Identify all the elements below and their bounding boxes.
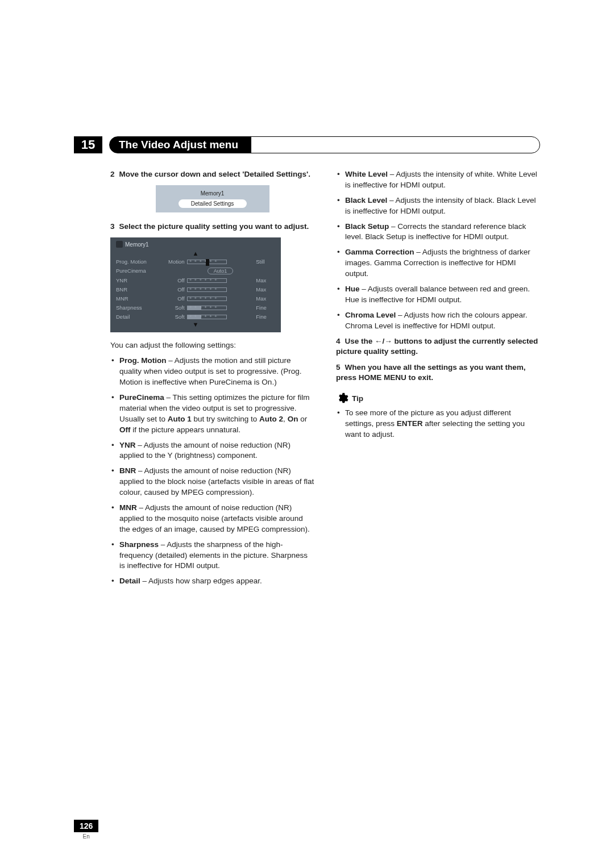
tip-heading: Tip [336, 392, 540, 404]
page-footer: 126 En [74, 820, 98, 840]
list-item: MNR – Adjusts the amount of noise reduct… [119, 503, 314, 535]
settings-table: Prog. MotionMotionStill PureCinemaAuto1 … [116, 257, 275, 321]
bullet-term: YNR [119, 441, 136, 449]
figure-memory-select: Memory1 Detailed Settings [156, 185, 269, 212]
list-item: Gamma Correction – Adjusts the brightnes… [345, 247, 540, 279]
bullet-desc: – Adjusts how sharp edges appear. [140, 577, 262, 585]
bullet-term: Hue [345, 285, 360, 293]
bullet-desc: – Adjusts the amount of noise reduction … [119, 466, 314, 496]
list-item: Black Setup – Corrects the standard refe… [345, 222, 540, 243]
list-item: White Level – Adjusts the intensity of w… [345, 169, 540, 191]
list-item: BNR – Adjusts the amount of noise reduct… [119, 466, 314, 498]
bullet-strong: Auto 2 [259, 415, 283, 423]
list-item: Prog. Motion – Adjusts the motion and st… [119, 356, 314, 388]
tip-label: Tip [352, 394, 363, 403]
right-column: White Level – Adjusts the intensity of w… [336, 169, 540, 591]
list-item: Sharpness – Adjusts the sharpness of the… [119, 540, 314, 572]
bullet-term: PureCinema [119, 393, 164, 402]
settings-bullets-right: White Level – Adjusts the intensity of w… [336, 169, 540, 332]
setting-label: Prog. Motion [116, 257, 156, 266]
bullet-term: Black Setup [345, 222, 389, 231]
list-item: YNR – Adjusts the amount of noise reduct… [119, 440, 314, 462]
setting-label: Detail [116, 312, 156, 321]
slider-left-label: Off [156, 294, 187, 303]
slider-left-label: Off [156, 285, 187, 294]
setting-label: YNR [116, 276, 156, 285]
chapter-number: 15 [74, 136, 102, 153]
step-3-heading: 3Select the picture quality setting you … [110, 222, 314, 232]
chapter-title-wrap: The Video Adjust menu [109, 136, 540, 153]
panel-icon [116, 241, 123, 248]
list-item: Detail – Adjusts how sharp edges appear. [119, 576, 314, 587]
arrow-left-right-icon: ←/→ [375, 337, 392, 345]
slider-icon [187, 306, 227, 310]
gear-icon [336, 392, 349, 404]
slider-right-label: Max [254, 276, 275, 285]
step-5-heading: 5When you have all the settings as you w… [336, 362, 540, 383]
chapter-title: The Video Adjust menu [119, 139, 248, 151]
setting-label: BNR [116, 285, 156, 294]
step-4-heading: 4Use the ←/→ buttons to adjust the curre… [336, 336, 540, 357]
bullet-strong: On [288, 415, 298, 423]
slider-right-label: Still [254, 257, 275, 266]
page-number: 126 [74, 820, 98, 832]
figure-title-row: Memory1 [116, 241, 275, 248]
tip-text-strong: ENTER [397, 419, 423, 428]
slider-icon [187, 315, 227, 319]
list-item: To see more of the picture as you adjust… [345, 408, 540, 440]
bullet-term: Sharpness [119, 540, 159, 549]
figure-row-highlight: Detailed Settings [179, 199, 247, 208]
intro-text: You can adjust the following settings: [110, 340, 314, 351]
step-number: 5 [336, 363, 341, 372]
bullet-term: Gamma Correction [345, 248, 414, 256]
left-column: 2Move the cursor down and select 'Detail… [74, 169, 314, 591]
bullet-strong: Off [119, 425, 131, 434]
bullet-strong: Auto 1 [168, 415, 192, 423]
bullet-plain: , [283, 415, 288, 423]
settings-bullets-left: Prog. Motion – Adjusts the motion and st… [110, 356, 314, 587]
figure-settings-panel: Memory1 ▲ Prog. MotionMotionStill PureCi… [110, 237, 281, 332]
bullet-desc: – Adjusts the amount of noise reduction … [119, 441, 291, 460]
list-item: Hue – Adjusts overall balance between re… [345, 284, 540, 306]
scroll-down-icon: ▼ [116, 321, 275, 328]
slider-left-label: Off [156, 276, 187, 285]
step-number: 4 [336, 337, 341, 345]
bullet-term: BNR [119, 466, 136, 475]
chapter-header: 15 The Video Adjust menu [74, 136, 540, 153]
bullet-desc: – Adjusts overall balance between red an… [345, 285, 530, 304]
slider-left-label: Soft [156, 303, 187, 312]
dropdown-value: Auto1 [208, 268, 234, 274]
figure-row: Memory1 [159, 189, 266, 198]
bullet-plain: or [298, 415, 307, 423]
page-language: En [74, 833, 98, 840]
list-item: Chroma Level – Adjusts how rich the colo… [345, 310, 540, 332]
page-columns: 2Move the cursor down and select 'Detail… [74, 169, 540, 591]
step-text: Select the picture quality setting you w… [119, 222, 309, 231]
step-2-heading: 2Move the cursor down and select 'Detail… [110, 169, 314, 180]
slider-right-label: Fine [254, 303, 275, 312]
table-row: MNROffMax [116, 294, 275, 303]
bullet-term: Prog. Motion [119, 356, 166, 365]
list-item: PureCinema – This setting optimizes the … [119, 393, 314, 436]
slider-left-label: Soft [156, 312, 187, 321]
bullet-term: Black Level [345, 196, 387, 205]
slider-right-label: Fine [254, 312, 275, 321]
slider-icon [187, 297, 227, 301]
list-item: Black Level – Adjusts the intensity of b… [345, 195, 540, 217]
figure-title: Memory1 [125, 241, 149, 248]
slider-right-label: Max [254, 285, 275, 294]
setting-label: Sharpness [116, 303, 156, 312]
step-number: 2 [110, 170, 115, 178]
slider-icon [187, 287, 227, 292]
table-row: DetailSoftFine [116, 312, 275, 321]
tip-bullets: To see more of the picture as you adjust… [336, 408, 540, 440]
scroll-up-icon: ▲ [116, 250, 275, 257]
bullet-desc: – Adjusts the amount of noise reduction … [119, 503, 310, 533]
bullet-tail: if the picture appears unnatural. [131, 425, 241, 434]
bullet-term: White Level [345, 170, 388, 178]
table-row: SharpnessSoftFine [116, 303, 275, 312]
bullet-term: Chroma Level [345, 311, 396, 319]
slider-icon [187, 278, 227, 283]
slider-left-label: Motion [156, 257, 187, 266]
step-text: When you have all the settings as you wa… [336, 363, 526, 382]
